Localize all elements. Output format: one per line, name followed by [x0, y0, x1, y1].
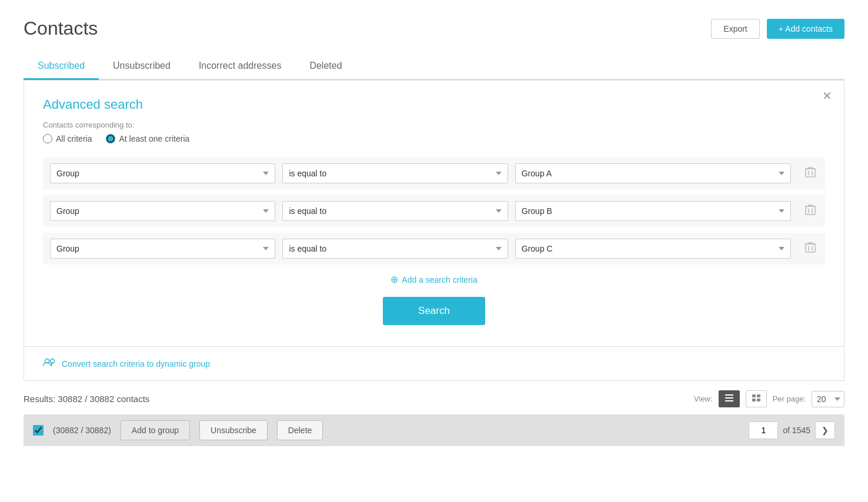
convert-icon-svg	[43, 357, 56, 367]
radio-atleast-criteria[interactable]: At least one criteria	[106, 134, 189, 143]
trash-icon-2	[805, 204, 816, 216]
unsubscribe-button[interactable]: Unsubscribe	[199, 420, 268, 440]
criteria-field-select-3[interactable]: Group Email Name	[50, 239, 275, 259]
criteria-condition-select-2[interactable]: is equal to is not equal to contains	[282, 201, 508, 221]
criteria-value-select-2[interactable]: Group B Group A Group C	[515, 201, 791, 221]
plus-circle-icon: ⊕	[390, 274, 398, 285]
criteria-field-select-1[interactable]: Group Email Name	[50, 163, 275, 183]
svg-rect-0	[806, 169, 815, 177]
svg-rect-11	[757, 399, 760, 401]
criteria-value-select-3[interactable]: Group C Group A Group B	[515, 239, 791, 259]
bulk-count: (30882 / 30882)	[53, 426, 111, 435]
svg-rect-6	[725, 397, 733, 399]
svg-rect-9	[757, 394, 760, 397]
close-button[interactable]: ✕	[822, 90, 832, 102]
radio-all-criteria[interactable]: All criteria	[43, 134, 92, 143]
search-btn-container: Search	[43, 297, 825, 325]
delete-criteria-button-1[interactable]	[803, 164, 818, 183]
criteria-condition-select-3[interactable]: is equal to is not equal to contains	[282, 239, 508, 259]
tab-incorrect-addresses[interactable]: Incorrect addresses	[185, 53, 296, 80]
criteria-row-2: Group Email Name is equal to is not equa…	[43, 195, 825, 227]
page-header: Contacts Export + Add contacts	[24, 18, 844, 39]
group-icon	[43, 357, 56, 370]
view-list-button[interactable]	[719, 390, 740, 407]
per-page-label: Per page:	[773, 394, 806, 403]
criteria-condition-select-1[interactable]: is equal to is not equal to contains	[282, 163, 508, 183]
delete-criteria-button-3[interactable]	[803, 239, 818, 259]
per-page-select[interactable]: 20 10 50 100	[812, 391, 844, 407]
svg-rect-7	[725, 400, 733, 401]
tab-unsubscribed[interactable]: Unsubscribed	[99, 53, 185, 80]
trash-icon-1	[805, 166, 816, 178]
pagination: of 1545 ❯	[749, 421, 835, 439]
select-all-checkbox[interactable]	[33, 425, 44, 436]
advanced-search-panel: ✕ Advanced search Contacts corresponding…	[24, 80, 844, 347]
criteria-field-select-2[interactable]: Group Email Name	[50, 201, 275, 221]
tab-subscribed[interactable]: Subscribed	[24, 53, 99, 80]
criteria-label: Contacts corresponding to:	[43, 121, 825, 129]
export-button[interactable]: Export	[711, 19, 759, 39]
radio-all-input[interactable]	[43, 134, 52, 143]
page-total: of 1545	[783, 426, 810, 435]
add-criteria-link[interactable]: ⊕ Add a search criteria	[43, 274, 825, 285]
view-controls: View: Per page: 20 10	[694, 390, 844, 407]
svg-rect-2	[806, 244, 815, 252]
radio-atleast-label: At least one criteria	[119, 134, 189, 143]
trash-icon-3	[805, 242, 816, 253]
search-button[interactable]: Search	[383, 297, 485, 325]
next-page-button[interactable]: ❯	[815, 421, 835, 439]
convert-link[interactable]: Convert search criteria to dynamic group	[62, 359, 210, 369]
advanced-search-title: Advanced search	[43, 97, 825, 112]
delete-button[interactable]: Delete	[277, 420, 323, 440]
criteria-value-select-1[interactable]: Group A Group B Group C	[515, 163, 791, 183]
add-criteria-label: Add a search criteria	[402, 275, 477, 285]
results-bar: Results: 30882 / 30882 contacts View: Pe…	[24, 381, 844, 414]
grid-view-icon	[752, 394, 760, 401]
tabs-bar: Subscribed Unsubscribed Incorrect addres…	[24, 53, 844, 80]
svg-rect-10	[752, 399, 756, 401]
page-input[interactable]	[749, 421, 778, 439]
convert-link-row: Convert search criteria to dynamic group	[24, 347, 844, 381]
criteria-row-3: Group Email Name is equal to is not equa…	[43, 233, 825, 265]
svg-rect-1	[806, 206, 815, 215]
radio-group: All criteria At least one criteria	[43, 134, 825, 143]
tab-deleted[interactable]: Deleted	[295, 53, 356, 80]
results-text: Results: 30882 / 30882 contacts	[24, 394, 149, 404]
radio-all-label: All criteria	[56, 134, 92, 143]
view-grid-button[interactable]	[746, 390, 767, 407]
header-actions: Export + Add contacts	[711, 19, 844, 39]
svg-rect-8	[752, 394, 756, 397]
add-to-group-button[interactable]: Add to group	[121, 420, 190, 440]
list-view-icon	[725, 394, 733, 401]
bulk-action-bar: (30882 / 30882) Add to group Unsubscribe…	[24, 414, 844, 446]
add-contacts-button[interactable]: + Add contacts	[767, 19, 844, 39]
page-title: Contacts	[24, 18, 98, 39]
view-label: View:	[694, 394, 713, 403]
radio-atleast-input[interactable]	[106, 134, 115, 143]
delete-criteria-button-2[interactable]	[803, 202, 818, 221]
criteria-row-1: Group Email Name is equal to is not equa…	[43, 158, 825, 189]
svg-rect-5	[725, 394, 733, 396]
